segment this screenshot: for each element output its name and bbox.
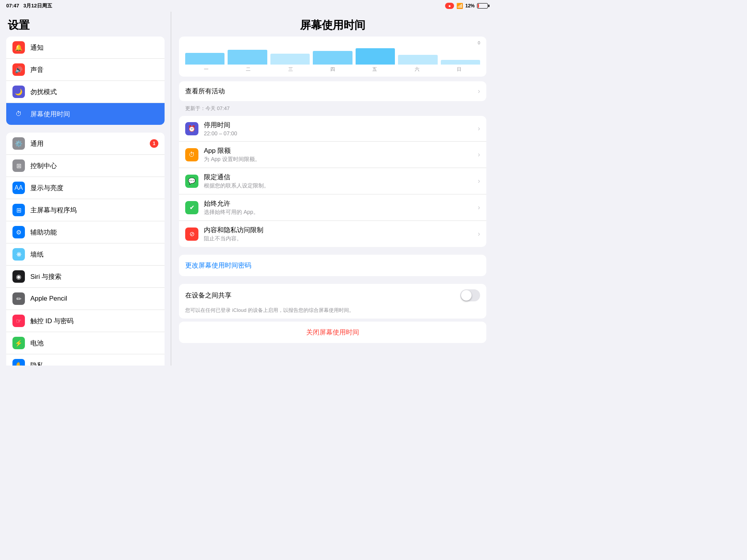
settings-row-alwaysallow[interactable]: ✔ 始终允许 选择始终可用的 App。 › xyxy=(179,194,486,221)
chart-bars xyxy=(185,45,480,65)
dnd-indicator: ● xyxy=(445,3,454,9)
view-all-label: 查看所有活动 xyxy=(185,87,225,96)
update-text: 更新于：今天 07:47 xyxy=(179,103,486,116)
dnd-icon: ● xyxy=(448,4,451,8)
right-panel: 屏幕使用时间 0 一二三四五六日 查看所有活动 › 更新于：今天 07:47 ⏰… xyxy=(171,12,494,366)
chart-bar-group-4 xyxy=(356,48,395,65)
sidebar-label-general: 通用 xyxy=(30,139,150,148)
settings-chevron-contentprivacy: › xyxy=(478,230,480,238)
settings-icon-downtime: ⏰ xyxy=(185,122,198,135)
sidebar-icon-display: AA xyxy=(12,182,25,194)
settings-title-communication: 限定通信 xyxy=(204,173,478,182)
battery-bar xyxy=(477,3,488,9)
chart-bar-6 xyxy=(441,60,480,65)
share-section: 在设备之间共享 您可以在任何已登录 iCloud 的设备上启用，以报告您的综合屏… xyxy=(179,284,486,318)
sidebar-label-battery: 电池 xyxy=(30,339,158,348)
sidebar-bottom-section: ⚙️ 通用 1 ⊞ 控制中心 AA 显示与亮度 ⊞ 主屏幕与程序坞 ⚙ xyxy=(6,133,165,366)
chart-bar-group-2 xyxy=(270,54,310,65)
toggle-knob xyxy=(461,290,472,301)
settings-icon-communication: 💬 xyxy=(185,175,198,188)
settings-icon-alwaysallow: ✔ xyxy=(185,201,198,214)
chart-bar-0 xyxy=(185,53,224,65)
settings-text-contentprivacy: 内容和隐私访问限制 阻止不当内容。 xyxy=(204,226,478,242)
sidebar-item-touchid[interactable]: ☞ 触控 ID 与密码 xyxy=(6,310,165,332)
chart-area: 0 一二三四五六日 xyxy=(179,37,486,77)
chart-bar-1 xyxy=(228,50,267,65)
sidebar-label-touchid: 触控 ID 与密码 xyxy=(30,317,158,326)
sidebar-item-notification[interactable]: 🔔 通知 xyxy=(6,37,165,59)
battery-fill xyxy=(478,4,479,8)
sidebar-label-pencil: Apple Pencil xyxy=(30,295,158,303)
chart-label-5: 六 xyxy=(396,66,438,73)
sidebar-item-display[interactable]: AA 显示与亮度 xyxy=(6,177,165,199)
sidebar-item-dnd[interactable]: 🌙 勿扰模式 xyxy=(6,81,165,103)
close-label: 关闭屏幕使用时间 xyxy=(306,329,359,336)
sidebar-item-privacy[interactable]: ✋ 隐私 xyxy=(6,354,165,366)
close-row[interactable]: 关闭屏幕使用时间 xyxy=(179,322,486,343)
chart-bar-group-1 xyxy=(228,50,267,65)
sidebar-icon-siri: ◉ xyxy=(12,270,25,283)
sidebar-label-controlcenter: 控制中心 xyxy=(30,161,158,170)
sidebar-item-sound[interactable]: 🔊 声音 xyxy=(6,59,165,81)
settings-row-downtime[interactable]: ⏰ 停用时间 22:00 – 07:00 › xyxy=(179,116,486,142)
sidebar-top-section: 🔔 通知 🔊 声音 🌙 勿扰模式 ⏱ 屏幕使用时间 xyxy=(6,37,165,125)
settings-icon-applimit: ⏱ xyxy=(185,148,198,161)
change-password-label: 更改屏幕使用时间密码 xyxy=(185,262,251,269)
share-row: 在设备之间共享 xyxy=(179,284,486,307)
view-all-row[interactable]: 查看所有活动 › xyxy=(179,81,486,101)
status-right: ● 📶 12% xyxy=(445,3,488,9)
sidebar-item-general[interactable]: ⚙️ 通用 1 xyxy=(6,133,165,155)
settings-title-contentprivacy: 内容和隐私访问限制 xyxy=(204,226,478,234)
sidebar-item-accessibility[interactable]: ⚙ 辅助功能 xyxy=(6,221,165,243)
sidebar-label-wallpaper: 墙纸 xyxy=(30,250,158,259)
chart-right-label: 0 xyxy=(478,40,480,45)
status-date: 3月12日周五 xyxy=(23,3,52,9)
settings-chevron-alwaysallow: › xyxy=(478,203,480,212)
sidebar-label-dnd: 勿扰模式 xyxy=(30,88,158,96)
share-description: 您可以在任何已登录 iCloud 的设备上启用，以报告您的综合屏幕使用时间。 xyxy=(179,307,486,318)
chart-label-3: 四 xyxy=(312,66,354,73)
sidebar-icon-dnd: 🌙 xyxy=(12,86,25,98)
sidebar-item-screentime[interactable]: ⏱ 屏幕使用时间 xyxy=(6,103,165,125)
sidebar-item-pencil[interactable]: ✏ Apple Pencil xyxy=(6,288,165,310)
sidebar-icon-screentime: ⏱ xyxy=(12,108,25,120)
settings-chevron-communication: › xyxy=(478,177,480,185)
sidebar-label-sound: 声音 xyxy=(30,65,158,74)
sidebar-icon-wallpaper: ❋ xyxy=(12,248,25,261)
sidebar-icon-homescreen: ⊞ xyxy=(12,204,25,216)
chart-bar-2 xyxy=(270,54,310,65)
sidebar-item-homescreen[interactable]: ⊞ 主屏幕与程序坞 xyxy=(6,199,165,221)
sidebar-item-siri[interactable]: ◉ Siri 与搜索 xyxy=(6,266,165,288)
sidebar-item-battery[interactable]: ⚡ 电池 xyxy=(6,332,165,354)
chart-bar-4 xyxy=(356,48,395,65)
battery-indicator xyxy=(477,3,488,9)
sidebar-title: 设置 xyxy=(0,12,171,37)
badge-general: 1 xyxy=(150,139,158,148)
share-toggle[interactable] xyxy=(460,289,480,301)
sidebar-icon-accessibility: ⚙ xyxy=(12,226,25,238)
settings-row-communication[interactable]: 💬 限定通信 根据您的联系人设定限制。 › xyxy=(179,168,486,194)
battery-percent: 12% xyxy=(465,3,475,9)
chart-bar-group-0 xyxy=(185,53,224,65)
wifi-icon: 📶 xyxy=(456,3,463,9)
settings-title-applimit: App 限额 xyxy=(204,146,478,155)
change-password-row[interactable]: 更改屏幕使用时间密码 xyxy=(179,255,486,276)
sidebar-list: 🔔 通知 🔊 声音 🌙 勿扰模式 ⏱ 屏幕使用时间 xyxy=(0,37,171,366)
chart-bar-5 xyxy=(398,55,437,65)
settings-text-downtime: 停用时间 22:00 – 07:00 xyxy=(204,121,478,136)
settings-subtitle-communication: 根据您的联系人设定限制。 xyxy=(204,182,478,189)
sidebar-item-wallpaper[interactable]: ❋ 墙纸 xyxy=(6,243,165,266)
sidebar-label-privacy: 隐私 xyxy=(30,361,158,366)
settings-row-contentprivacy[interactable]: ⊘ 内容和隐私访问限制 阻止不当内容。 › xyxy=(179,221,486,247)
chart-bar-group-5 xyxy=(398,55,437,65)
settings-row-applimit[interactable]: ⏱ App 限额 为 App 设置时间限额。 › xyxy=(179,142,486,168)
status-time-date: 07:47 3月12日周五 xyxy=(6,2,52,9)
chart-label-4: 五 xyxy=(354,66,396,73)
sidebar-item-controlcenter[interactable]: ⊞ 控制中心 xyxy=(6,155,165,177)
settings-subtitle-alwaysallow: 选择始终可用的 App。 xyxy=(204,209,478,216)
settings-title-alwaysallow: 始终允许 xyxy=(204,199,478,208)
right-content: 0 一二三四五六日 查看所有活动 › 更新于：今天 07:47 ⏰ 停用时间 2… xyxy=(171,37,494,366)
chart-label-6: 日 xyxy=(438,66,480,73)
chart-labels: 一二三四五六日 xyxy=(185,66,480,73)
status-bar: 07:47 3月12日周五 ● 📶 12% xyxy=(0,0,494,12)
